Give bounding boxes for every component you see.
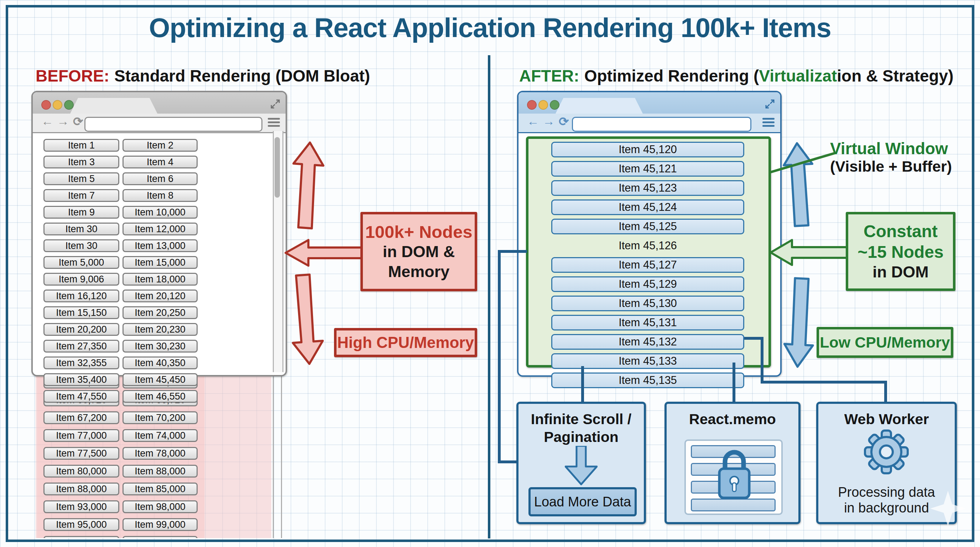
load-more-data-button[interactable]: Load More Data [528, 487, 637, 516]
download-arrow-icon [565, 446, 598, 486]
infinite-scroll-card: Infinite Scroll / Pagination Load More D… [516, 402, 646, 524]
lock-icon [717, 447, 751, 501]
infinite-scroll-title-line1: Infinite Scroll / [519, 410, 644, 428]
section-divider [488, 55, 490, 539]
react-memo-title: React.memo [667, 410, 799, 428]
watermark-sparkle [930, 491, 966, 526]
diagram-canvas: Optimizing a React Application Rendering… [0, 0, 980, 547]
infinite-scroll-title-line2: Pagination [519, 428, 644, 446]
gear-icon [864, 429, 909, 474]
web-worker-title: Web Worker [818, 410, 955, 428]
react-memo-card: React.memo [665, 402, 800, 524]
memoized-list-panel [684, 439, 783, 515]
